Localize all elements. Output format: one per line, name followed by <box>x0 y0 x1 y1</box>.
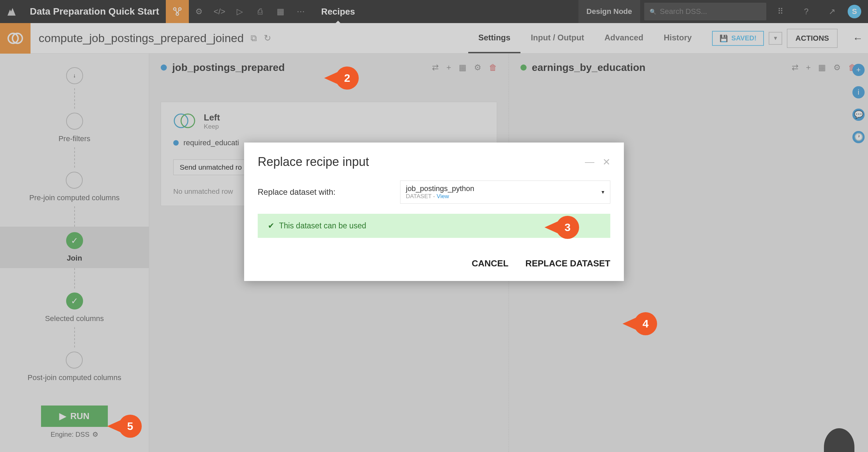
dataset-select-subtitle: DATASET - View <box>406 193 605 200</box>
minimize-icon[interactable]: — <box>585 156 594 168</box>
callout-5: 5 <box>119 415 142 438</box>
callout-2: 2 <box>336 67 359 90</box>
callout-4: 4 <box>634 312 657 335</box>
chevron-down-icon: ▼ <box>600 189 605 195</box>
close-icon[interactable]: ✕ <box>603 156 610 168</box>
callout-3-number: 3 <box>565 221 571 234</box>
replace-dataset-button[interactable]: REPLACE DATASET <box>526 258 610 269</box>
callout-5-number: 5 <box>127 420 133 433</box>
cancel-button[interactable]: CANCEL <box>472 258 508 269</box>
callout-4-number: 4 <box>643 318 649 330</box>
replace-with-label: Replace dataset with: <box>258 187 387 197</box>
view-link[interactable]: View <box>437 193 449 200</box>
check-icon: ✔ <box>268 221 274 230</box>
callout-3: 3 <box>556 216 579 239</box>
dataset-select-value: job_postings_python <box>406 184 605 193</box>
modal-title: Replace recipe input <box>258 155 585 169</box>
replace-input-modal: Replace recipe input — ✕ Replace dataset… <box>244 143 624 281</box>
callout-2-number: 2 <box>344 72 350 84</box>
dataset-select[interactable]: job_postings_python DATASET - View ▼ <box>400 181 610 204</box>
success-text: This dataset can be used <box>279 221 366 230</box>
